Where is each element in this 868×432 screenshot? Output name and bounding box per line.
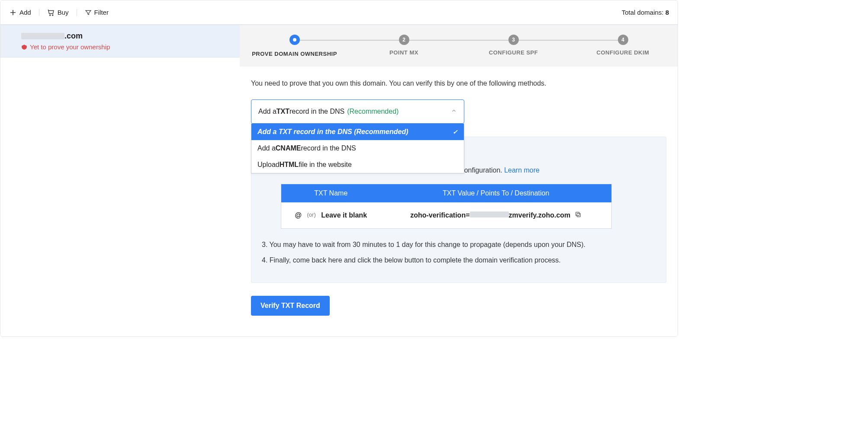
step-2-label: POINT MX [349,49,459,56]
add-button[interactable]: Add [9,9,31,16]
total-value: 8 [665,9,669,16]
cart-icon [47,9,55,16]
filter-icon [85,9,92,16]
domain-card[interactable]: .com Yet to prove your ownership [0,25,240,58]
step-2[interactable]: 2 POINT MX [349,35,459,56]
svg-point-0 [49,14,50,15]
filter-button[interactable]: Filter [85,9,109,16]
domain-suffix: .com [64,32,83,40]
toolbar-sep [77,9,77,16]
step-2-circle: 2 [399,35,409,45]
toolbar: Add Buy Filter Total domains: 8 [0,0,678,25]
alert-icon [21,44,27,50]
verify-method-dropdown-wrap: Add a TXT record in the DNS (Recommended… [251,99,464,124]
redacted-domain [21,33,64,39]
body: You need to prove that you own this doma… [240,67,678,331]
table-row: @ (or) Leave it blank zoho-verification=… [281,202,612,229]
dropdown-option-txt[interactable]: Add a TXT record in the DNS (Recommended… [251,124,464,140]
dropdown-option-html[interactable]: Upload HTML file in the website [251,157,464,173]
toolbar-sep [39,9,39,16]
th-txt-name: TXT Name [281,184,381,203]
buy-button[interactable]: Buy [47,9,69,16]
dropdown-option-cname[interactable]: Add a CNAME record in the DNS [251,140,464,157]
check-icon: ✓ [453,128,458,135]
svg-rect-2 [577,213,581,217]
learn-more-link[interactable]: Learn more [504,166,540,174]
filter-label: Filter [94,9,109,16]
dd-selected-post: record in the DNS [289,108,344,115]
txt-record-table: TXT Name TXT Value / Points To / Destina… [281,184,612,229]
dd-selected-bold: TXT [276,108,289,115]
step-1[interactable]: PROVE DOMAIN OWNERSHIP [240,35,349,57]
svg-rect-3 [576,212,579,216]
step-4-label: CONFIGURE DKIM [568,49,678,56]
td-txt-name: @ (or) Leave it blank [281,202,381,229]
step-1-circle [289,35,300,45]
verify-txt-record-button[interactable]: Verify TXT Record [251,296,330,316]
td-txt-value: zoho-verification=zmverify.zoho.com [381,202,612,229]
instr-line4: 4. Finally, come back here and click the… [262,256,656,264]
lead-text: You need to prove that you own this doma… [251,80,666,87]
ownership-status: Yet to prove your ownership [21,43,219,51]
sidebar: .com Yet to prove your ownership [0,25,240,336]
svg-point-1 [52,14,53,15]
buy-label: Buy [58,9,69,16]
copy-icon[interactable] [575,211,582,220]
instr-line3: 3. You may have to wait from 30 minutes … [262,241,656,249]
step-1-label: PROVE DOMAIN OWNERSHIP [240,51,349,57]
step-4[interactable]: 4 CONFIGURE DKIM [568,35,678,56]
plus-icon [9,9,17,16]
step-3-circle: 3 [508,35,519,45]
dropdown-list: Add a TXT record in the DNS (Recommended… [251,124,464,173]
total-label: Total domains: [622,9,665,16]
step-3-label: CONFIGURE SPF [459,49,568,56]
app-container: Add Buy Filter Total domains: 8 .com [0,0,678,337]
stepper: PROVE DOMAIN OWNERSHIP 2 POINT MX 3 CONF… [240,25,678,67]
step-3[interactable]: 3 CONFIGURE SPF [459,35,568,56]
verify-method-dropdown[interactable]: Add a TXT record in the DNS (Recommended… [251,99,464,124]
th-txt-value: TXT Value / Points To / Destination [381,184,612,203]
toolbar-left: Add Buy Filter [9,9,109,16]
domain-name: .com [21,32,219,41]
dd-opt1-text: Add a TXT record in the DNS (Recommended… [257,128,408,136]
dd-recommended: (Recommended) [347,108,399,115]
step-4-circle: 4 [618,35,628,45]
dd-selected-pre: Add a [258,108,276,115]
content: PROVE DOMAIN OWNERSHIP 2 POINT MX 3 CONF… [240,25,678,336]
chevron-up-icon [451,108,457,115]
main: .com Yet to prove your ownership PROVE D… [0,25,678,336]
redacted-token [470,211,509,218]
total-domains: Total domains: 8 [622,9,669,16]
ownership-text: Yet to prove your ownership [30,43,110,51]
add-label: Add [19,9,31,16]
